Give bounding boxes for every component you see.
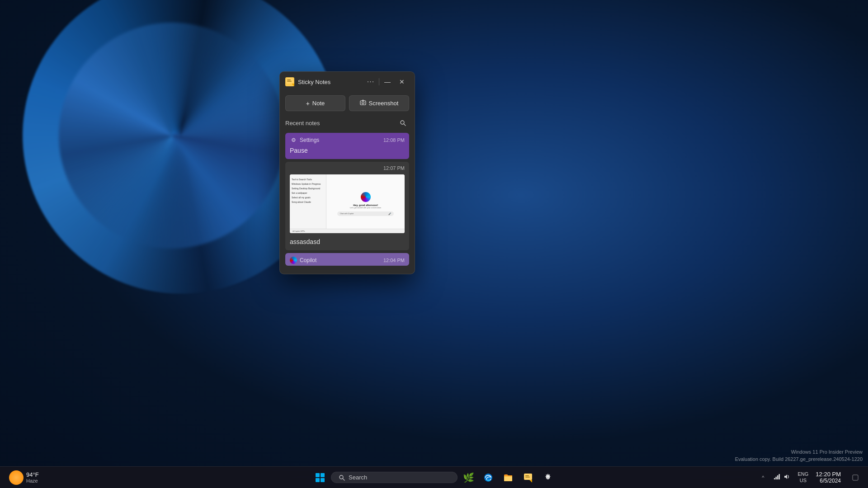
weather-icon bbox=[9, 470, 24, 485]
weather-text: 94°F Haze bbox=[26, 471, 39, 483]
window-title: Sticky Notes bbox=[298, 79, 360, 85]
thumb-sub-text: Let's get started with your conversation bbox=[350, 206, 381, 209]
taskbar-right: ^ ENG US bbox=[759, 469, 868, 487]
svg-rect-17 bbox=[525, 477, 530, 478]
taskbar-left: 94°F Haze bbox=[0, 469, 42, 487]
plus-icon: + bbox=[306, 100, 310, 107]
svg-rect-4 bbox=[287, 81, 292, 82]
note-header-copilot: Copilot 12:04 PM bbox=[285, 253, 409, 266]
file-explorer-icon bbox=[503, 473, 513, 483]
sticky-notes-app-icon bbox=[285, 77, 294, 86]
taskbar-center: Search 🌿 bbox=[311, 469, 557, 487]
watermark: Windows 11 Pro Insider Preview Evaluatio… bbox=[735, 449, 863, 463]
notes-search-button[interactable] bbox=[396, 117, 409, 129]
note-card-copilot[interactable]: Copilot 12:04 PM bbox=[285, 253, 409, 266]
thumb-input-bar: Chat with Copilot 🎤 bbox=[337, 211, 394, 216]
system-tray-expand-button[interactable]: ^ bbox=[759, 473, 767, 482]
thumb-sidebar: Tool to Search Tools Windows Update in P… bbox=[290, 174, 326, 233]
notification-center-button[interactable] bbox=[846, 469, 864, 487]
widgets-button[interactable]: 🌿 bbox=[459, 469, 477, 487]
network-icon bbox=[773, 474, 781, 481]
taskbar: 94°F Haze Search 🌿 bbox=[0, 466, 868, 488]
note-source-settings: ⚙ Settings bbox=[290, 136, 319, 144]
system-icons[interactable] bbox=[769, 472, 794, 483]
note-card-screenshot[interactable]: 12:07 PM Tool to Search Tools Windows Up… bbox=[285, 162, 409, 250]
svg-point-7 bbox=[401, 121, 404, 124]
thumb-content: Tool to Search Tools Windows Update in P… bbox=[290, 174, 405, 233]
system-clock[interactable]: 12:20 PM 6/5/2024 bbox=[812, 469, 844, 486]
new-note-button[interactable]: + Note bbox=[285, 95, 345, 111]
note-content-settings: Pause bbox=[285, 145, 409, 159]
thumb-main-area: Hey, good afternoon! Let's get started w… bbox=[326, 174, 405, 233]
note-time-screenshot: 12:07 PM bbox=[383, 165, 405, 171]
note-time-settings: 12:08 PM bbox=[383, 137, 405, 143]
clock-time: 12:20 PM bbox=[816, 471, 841, 478]
language-indicator[interactable]: ENG US bbox=[796, 471, 811, 483]
close-button[interactable]: ✕ bbox=[395, 75, 409, 88]
taskbar-search-text: Search bbox=[349, 474, 367, 481]
note-card-settings[interactable]: ⚙ Settings 12:08 PM Pause bbox=[285, 133, 409, 159]
svg-marker-15 bbox=[529, 480, 532, 483]
svg-rect-5 bbox=[360, 101, 366, 105]
svg-line-10 bbox=[343, 479, 345, 480]
edge-icon bbox=[483, 473, 493, 483]
copilot-source-icon bbox=[290, 257, 297, 264]
sticky-notes-window: Sticky Notes ··· — ✕ + Note bbox=[279, 71, 415, 274]
desktop-background bbox=[0, 0, 868, 488]
note-button-label: Note bbox=[312, 100, 325, 107]
svg-rect-3 bbox=[287, 80, 291, 80]
minimize-button[interactable]: — bbox=[380, 75, 395, 88]
note-text-screenshot: assasdasd bbox=[290, 238, 320, 245]
file-explorer-button[interactable] bbox=[499, 469, 517, 487]
taskbar-search[interactable]: Search bbox=[331, 472, 458, 483]
watermark-line2: Evaluation copy. Build 26227.ge_prerelea… bbox=[735, 456, 863, 463]
recent-notes-header: Recent notes bbox=[285, 117, 409, 129]
note-header-screenshot: 12:07 PM bbox=[285, 162, 409, 173]
windows-logo bbox=[316, 473, 325, 482]
svg-rect-21 bbox=[777, 475, 778, 479]
svg-rect-22 bbox=[778, 474, 780, 479]
window-controls: ··· — ✕ bbox=[363, 75, 409, 88]
note-text-settings: Pause bbox=[290, 147, 308, 154]
screenshot-icon bbox=[360, 99, 366, 107]
svg-rect-23 bbox=[853, 475, 858, 480]
copilot-circle-thumb bbox=[361, 192, 371, 202]
titlebar-divider bbox=[379, 78, 379, 85]
sticky-notes-taskbar-icon bbox=[523, 473, 533, 483]
note-source-copilot: Copilot bbox=[290, 257, 316, 264]
taskbar-search-icon bbox=[339, 474, 345, 481]
weather-widget[interactable]: 94°F Haze bbox=[5, 469, 42, 487]
more-options-button[interactable]: ··· bbox=[363, 75, 378, 88]
window-content: + Note Screenshot Recent notes bbox=[280, 92, 415, 274]
start-button[interactable] bbox=[311, 469, 329, 487]
svg-point-9 bbox=[340, 475, 343, 479]
volume-icon bbox=[783, 474, 791, 481]
action-buttons: + Note Screenshot bbox=[285, 95, 409, 111]
thumb-input-text: Chat with Copilot bbox=[340, 212, 354, 215]
sticky-notes-taskbar-button[interactable] bbox=[519, 469, 537, 487]
svg-rect-20 bbox=[775, 477, 777, 479]
settings-source-icon: ⚙ bbox=[290, 136, 297, 144]
note-source-label: Settings bbox=[300, 137, 319, 143]
weather-temperature: 94°F bbox=[26, 471, 39, 478]
svg-line-8 bbox=[404, 124, 406, 126]
screenshot-button[interactable]: Screenshot bbox=[349, 95, 409, 111]
note-content-screenshot: assasdasd bbox=[285, 237, 409, 250]
note-header-settings: ⚙ Settings 12:08 PM bbox=[285, 133, 409, 145]
watermark-line1: Windows 11 Pro Insider Preview bbox=[735, 449, 863, 455]
weather-condition: Haze bbox=[26, 478, 39, 483]
window-titlebar: Sticky Notes ··· — ✕ bbox=[280, 72, 415, 92]
edge-browser-button[interactable] bbox=[479, 469, 497, 487]
svg-rect-13 bbox=[504, 477, 512, 481]
note-source-copilot-label: Copilot bbox=[300, 257, 316, 263]
lang-line1: ENG bbox=[798, 471, 809, 477]
svg-rect-19 bbox=[774, 478, 775, 479]
lang-line2: US bbox=[800, 478, 807, 483]
clock-date: 6/5/2024 bbox=[820, 478, 841, 484]
svg-point-6 bbox=[362, 102, 364, 104]
note-time-copilot: 12:04 PM bbox=[383, 258, 405, 263]
screenshot-button-label: Screenshot bbox=[369, 100, 399, 107]
settings-taskbar-button[interactable] bbox=[539, 469, 557, 487]
screenshot-thumbnail: Tool to Search Tools Windows Update in P… bbox=[290, 174, 405, 233]
recent-notes-label: Recent notes bbox=[285, 120, 320, 127]
